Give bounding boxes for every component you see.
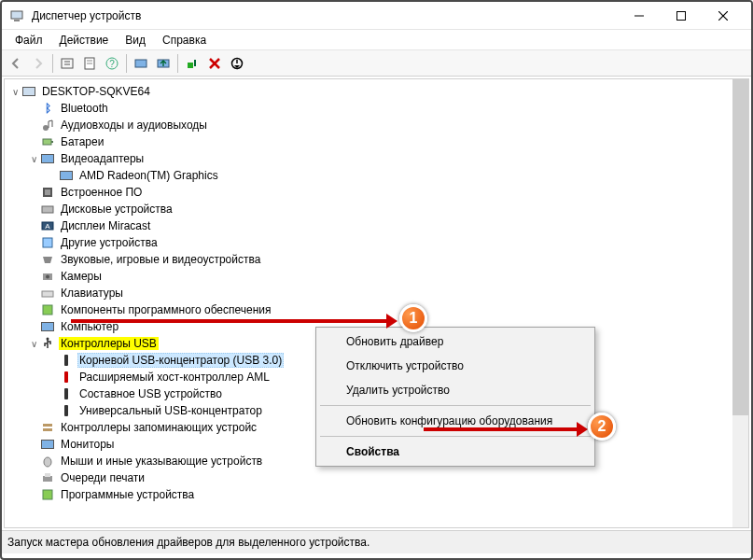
tree-category[interactable]: ᛒBluetooth xyxy=(7,100,748,117)
game-icon xyxy=(40,252,55,267)
window-controls xyxy=(618,3,744,29)
tree-category-label: Контроллеры запоминающих устройс xyxy=(59,421,258,434)
menu-action[interactable]: Действие xyxy=(52,32,117,49)
tree-category[interactable]: Программные устройства xyxy=(7,486,748,503)
tree-device[interactable]: AMD Radeon(TM) Graphics xyxy=(7,167,748,184)
firmware-icon xyxy=(40,185,55,200)
svg-point-38 xyxy=(44,457,51,467)
tree-category-label: Видеоадаптеры xyxy=(59,152,146,165)
expander-icon[interactable] xyxy=(27,322,40,332)
expander-icon[interactable]: ∨ xyxy=(27,154,40,164)
scrollbar[interactable] xyxy=(732,79,748,527)
usb-icon xyxy=(59,353,74,368)
svg-point-35 xyxy=(47,338,49,341)
ctx-uninstall-device[interactable]: Удалить устройство xyxy=(318,378,593,402)
scrollbar-thumb[interactable] xyxy=(732,79,748,415)
tree-category-label: Программные устройства xyxy=(59,488,196,501)
tree-category[interactable]: Звуковые, игровые и видеоустройства xyxy=(7,251,748,268)
expander-icon[interactable] xyxy=(27,288,40,299)
tree-category[interactable]: Другие устройства xyxy=(7,234,748,251)
tree-category[interactable]: Батареи xyxy=(7,133,748,150)
menu-file[interactable]: Файл xyxy=(7,32,50,49)
svg-point-21 xyxy=(43,125,49,131)
update-driver-button[interactable] xyxy=(153,53,174,74)
enable-button[interactable] xyxy=(182,53,202,74)
expander-icon[interactable] xyxy=(27,120,40,131)
scan-button[interactable] xyxy=(131,53,151,74)
back-button[interactable] xyxy=(6,53,26,74)
menubar: Файл Действие Вид Справка xyxy=(2,30,751,50)
audio-icon xyxy=(40,118,55,133)
tree-category-label: Камеры xyxy=(59,270,104,283)
app-icon xyxy=(9,8,24,23)
tree-category[interactable]: Очереди печати xyxy=(7,469,748,486)
svg-point-32 xyxy=(46,275,49,279)
minimize-button[interactable] xyxy=(618,3,660,29)
miracast-icon: A xyxy=(40,218,55,233)
monitor-icon xyxy=(59,168,74,183)
ctx-separator xyxy=(320,405,591,406)
tree-category[interactable]: Компоненты программного обеспечения xyxy=(7,301,748,318)
expander-icon[interactable] xyxy=(27,272,40,282)
forward-button[interactable] xyxy=(28,53,49,74)
tree-device-label: Расширяемый хост-контроллер AML xyxy=(77,371,272,384)
content-area: ∨DESKTOP-SQKVE64 ᛒBluetooth Аудиовходы и… xyxy=(2,77,751,531)
expander-icon[interactable] xyxy=(27,137,40,147)
expander-icon[interactable] xyxy=(27,188,40,198)
menu-help[interactable]: Справка xyxy=(155,32,214,49)
tree-category[interactable]: Камеры xyxy=(7,268,748,285)
svg-rect-22 xyxy=(43,139,51,145)
expander-icon[interactable] xyxy=(27,490,40,500)
tree-root[interactable]: ∨DESKTOP-SQKVE64 xyxy=(7,83,748,100)
menu-view[interactable]: Вид xyxy=(118,32,153,49)
expander-icon[interactable] xyxy=(27,440,40,450)
tree-category-label: Встроенное ПО xyxy=(59,186,144,199)
expander-icon[interactable] xyxy=(27,305,40,315)
tree-category[interactable]: AДисплеи Miracast xyxy=(7,217,748,234)
expander-icon[interactable] xyxy=(27,204,40,215)
mouse-icon xyxy=(40,454,55,469)
usb-ctrl-icon xyxy=(40,336,55,351)
tree-category[interactable]: Встроенное ПО xyxy=(7,184,748,201)
svg-rect-0 xyxy=(11,11,22,19)
ctx-disable-device[interactable]: Отключить устройство xyxy=(318,354,593,378)
tree-device-label: Составное USB устройство xyxy=(77,387,224,400)
tree-category-label: Клавиатуры xyxy=(59,287,125,300)
svg-text:A: A xyxy=(45,222,50,231)
camera-icon xyxy=(40,269,55,284)
expander-icon[interactable]: ∨ xyxy=(27,339,40,349)
expander-icon[interactable] xyxy=(27,473,40,483)
tree-category-label: Мыши и иные указывающие устройств xyxy=(59,455,264,468)
battery-icon xyxy=(40,134,55,149)
expander-icon[interactable]: ∨ xyxy=(8,87,21,97)
context-menu: Обновить драйвер Отключить устройство Уд… xyxy=(315,327,595,467)
disable-button[interactable] xyxy=(227,53,247,74)
uninstall-button[interactable] xyxy=(204,53,225,74)
help-button[interactable]: ? xyxy=(102,53,122,74)
expander-icon[interactable] xyxy=(27,456,40,467)
tree-category-label: Дисковые устройства xyxy=(59,203,174,216)
svg-rect-36 xyxy=(43,424,52,427)
properties-button[interactable] xyxy=(79,53,100,74)
expander-icon[interactable] xyxy=(27,255,40,265)
expander-icon[interactable] xyxy=(27,423,40,433)
close-button[interactable] xyxy=(702,3,744,29)
status-text: Запуск мастера обновления драйверов для … xyxy=(7,536,370,549)
annotation-badge-1: 1 xyxy=(399,304,427,332)
maximize-button[interactable] xyxy=(660,3,702,29)
tree-category[interactable]: ∨Видеоадаптеры xyxy=(7,150,748,167)
disk-icon xyxy=(40,202,55,217)
tree-category[interactable]: Клавиатуры xyxy=(7,285,748,301)
tree-category-label: Аудиовходы и аудиовыходы xyxy=(59,119,209,132)
expander-icon[interactable] xyxy=(27,238,40,248)
svg-rect-37 xyxy=(43,428,52,431)
tree-category[interactable]: Дисковые устройства xyxy=(7,201,748,217)
computer-icon xyxy=(21,84,36,99)
show-hidden-button[interactable] xyxy=(57,53,77,74)
tree-category[interactable]: Аудиовходы и аудиовыходы xyxy=(7,117,748,133)
ctx-properties[interactable]: Свойства xyxy=(318,440,593,464)
ctx-update-driver[interactable]: Обновить драйвер xyxy=(318,329,593,354)
expander-icon[interactable] xyxy=(27,104,40,114)
annotation-badge-2: 2 xyxy=(588,413,616,441)
expander-icon[interactable] xyxy=(27,221,40,231)
